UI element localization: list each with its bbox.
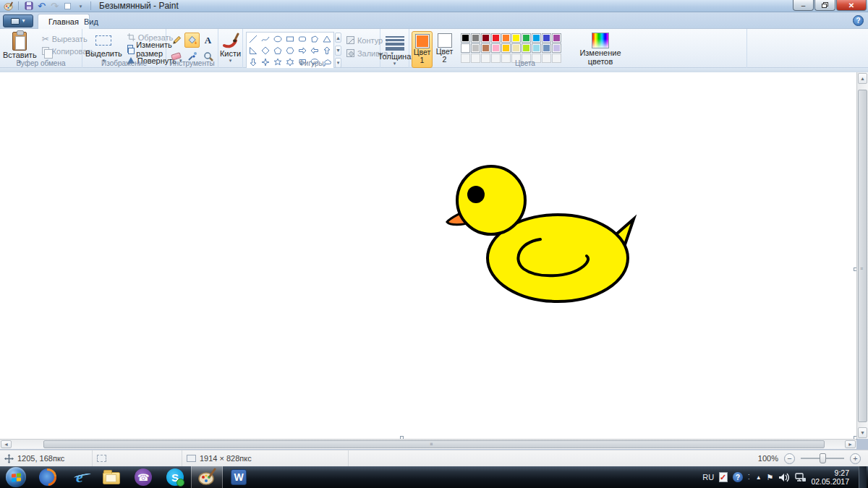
palette-swatch-0-6[interactable] (522, 33, 531, 43)
palette-swatch-0-2[interactable] (481, 33, 490, 43)
text-tool-button[interactable]: A (200, 33, 216, 48)
vertical-scroll-thumb[interactable] (858, 90, 867, 422)
fill-tool-button[interactable] (184, 33, 200, 48)
brushes-label: Кисти (220, 49, 241, 58)
palette-swatch-0-1[interactable] (471, 33, 480, 43)
shape-line[interactable] (247, 33, 259, 44)
scroll-left-button[interactable]: ◄ (1, 440, 12, 448)
document-check-tray-icon[interactable] (719, 472, 728, 482)
taskbar-internet-explorer-button[interactable]: e (64, 466, 95, 488)
palette-swatch-1-3[interactable] (491, 43, 501, 53)
save-button[interactable] (23, 1, 34, 11)
chevron-down-icon: ▾ (393, 61, 396, 66)
close-button[interactable]: ✕ (836, 0, 867, 11)
brushes-button[interactable]: Кисти ▾ (218, 30, 242, 63)
fill-bucket-icon (187, 35, 197, 46)
help-button[interactable]: ? (853, 15, 864, 26)
restore-button[interactable] (814, 0, 835, 11)
palette-swatch-1-8[interactable] (542, 43, 551, 53)
shape-diamond[interactable] (260, 45, 271, 56)
shape-ellipse[interactable] (272, 33, 284, 44)
taskbar-firefox-button[interactable] (32, 466, 64, 488)
shape-rounded-rectangle[interactable] (297, 33, 308, 44)
color2-button[interactable]: Цвет 2 (434, 31, 455, 68)
color2-number: 2 (443, 56, 447, 64)
group-colors: Цвет 1 Цвет 2 Изменение цветов Цвета (409, 29, 747, 68)
minimize-button[interactable]: – (793, 0, 814, 11)
ribbon-tab-row: ▾ Главная Вид ? (0, 12, 868, 29)
scroll-up-button[interactable]: ▲ (858, 73, 867, 84)
palette-swatch-1-5[interactable] (511, 43, 521, 53)
menu-picture-icon (11, 18, 20, 25)
palette-swatch-0-7[interactable] (532, 33, 541, 43)
tab-view[interactable]: Вид (74, 14, 109, 29)
zoom-out-button[interactable]: − (784, 453, 795, 464)
network-icon[interactable] (794, 473, 806, 482)
palette-swatch-0-0[interactable] (461, 33, 470, 43)
zoom-in-button[interactable]: + (850, 453, 861, 464)
show-hidden-icons-button[interactable]: ▲ (756, 474, 762, 481)
clipboard-icon (12, 32, 27, 51)
shape-arrow-up[interactable] (321, 45, 333, 56)
shape-arrow-left[interactable] (309, 45, 320, 56)
shape-curve[interactable] (260, 33, 271, 44)
quick-access-toolbar: ↶ ↷ ▾ (0, 1, 93, 11)
color1-button[interactable]: Цвет 1 (412, 31, 433, 68)
shapes-scroll-up-button[interactable]: ▲ (335, 33, 341, 43)
action-center-flag-icon[interactable]: ⚑ (767, 473, 774, 482)
ribbon: Вставить ▾ ✂ Вырезать Копировать Буфер о… (0, 29, 868, 68)
shape-right-triangle[interactable] (247, 45, 259, 56)
show-desktop-button[interactable] (859, 466, 867, 488)
clock[interactable]: 9:27 02.05.2017 (811, 468, 854, 486)
color1-number: 1 (420, 56, 425, 64)
shape-triangle[interactable] (321, 33, 333, 44)
palette-swatch-1-0[interactable] (461, 43, 470, 53)
taskbar-word-button[interactable]: W (223, 466, 255, 488)
misc-tray-icon[interactable]: ⁚ (748, 474, 751, 481)
taskbar-paint-button[interactable] (191, 466, 223, 488)
pencil-tool-button[interactable] (169, 33, 184, 48)
shape-hexagon[interactable] (284, 45, 296, 56)
palette-swatch-1-4[interactable] (501, 43, 511, 53)
drawing-canvas[interactable] (0, 72, 856, 439)
taskbar-explorer-button[interactable] (95, 466, 127, 488)
zoom-slider[interactable] (801, 458, 844, 459)
internet-explorer-icon: e (76, 468, 83, 487)
scroll-down-button[interactable]: ▼ (858, 427, 867, 438)
question-mark-tray-icon[interactable]: ? (733, 472, 743, 482)
thickness-button[interactable]: Толщина ▾ (380, 30, 409, 66)
palette-swatch-0-5[interactable] (511, 33, 521, 43)
qat-extra-button[interactable] (62, 1, 73, 11)
start-button[interactable] (0, 466, 32, 488)
palette-swatch-1-7[interactable] (532, 43, 541, 53)
taskbar-viber-button[interactable]: ☎ (127, 466, 159, 488)
pencil-icon (171, 35, 182, 46)
zoom-slider-thumb[interactable] (820, 453, 826, 463)
shape-pentagon[interactable] (272, 45, 284, 56)
scroll-right-button[interactable]: ► (845, 440, 856, 448)
palette-swatch-1-6[interactable] (522, 43, 531, 53)
palette-swatch-1-2[interactable] (481, 43, 490, 53)
paint-menu-button[interactable]: ▾ (3, 14, 33, 27)
palette-swatch-0-4[interactable] (501, 33, 511, 43)
undo-button[interactable]: ↶ (36, 1, 47, 11)
shape-arrow-right[interactable] (297, 45, 308, 56)
volume-icon[interactable] (778, 473, 789, 482)
taskbar-skype-button[interactable]: S (159, 466, 191, 488)
palette-swatch-1-1[interactable] (471, 43, 480, 53)
palette-swatch-0-8[interactable] (542, 33, 551, 43)
palette-swatch-0-9[interactable] (552, 33, 561, 43)
vertical-scrollbar[interactable]: ▲ ≡ ▼ (856, 72, 868, 439)
outline-icon (346, 36, 354, 44)
qat-separator (18, 1, 19, 10)
palette-swatch-1-9[interactable] (552, 43, 561, 53)
horizontal-scrollbar[interactable]: ◄ ≡ ► (0, 439, 856, 449)
text-tool-icon: A (205, 35, 211, 46)
shapes-scroll-down-button[interactable]: ▼ (335, 46, 341, 56)
redo-button[interactable]: ↷ (49, 1, 60, 11)
shape-polygon[interactable] (309, 33, 320, 44)
language-indicator[interactable]: RU (702, 473, 714, 481)
shape-rectangle[interactable] (284, 33, 296, 44)
palette-swatch-0-3[interactable] (491, 33, 501, 43)
qat-customize-dropdown[interactable]: ▾ (75, 1, 86, 11)
